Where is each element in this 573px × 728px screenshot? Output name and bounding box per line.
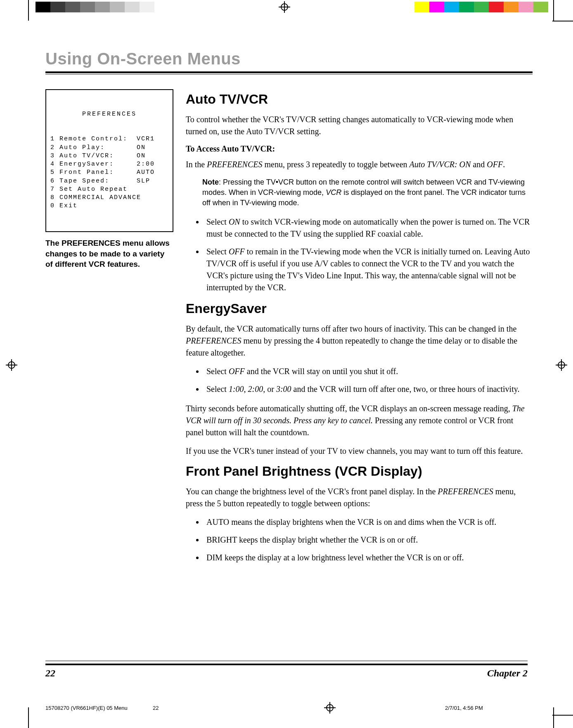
job-page: 22 (153, 705, 215, 711)
color-swatch (459, 2, 474, 12)
job-file: 15708270 (VR661HF)(E) 05 Menu (45, 705, 153, 711)
color-swatch (80, 2, 95, 12)
preferences-caption: The PREFERENCES menu allows changes to b… (45, 238, 173, 270)
sidebar-column: PREFERENCES 1 Remote Control: VCR12 Auto… (45, 89, 173, 571)
crop-mark (552, 21, 573, 21)
registration-mark-icon (279, 1, 290, 13)
list-item: Select ON to switch VCR-viewing mode on … (204, 216, 533, 240)
body-text: If you use the VCR's tuner instead of yo… (186, 445, 533, 457)
bullet-list: Select OFF and the VCR will stay on unti… (204, 365, 533, 395)
body-text: To control whether the VCR's TV/VCR sett… (186, 114, 533, 138)
bullet-list: Select ON to switch VCR-viewing mode on … (204, 216, 533, 294)
color-swatch (140, 2, 154, 12)
registration-mark-icon (324, 702, 336, 714)
page-number: 22 (45, 668, 55, 679)
chapter-title: Using On-Screen Menus (45, 50, 533, 68)
color-swatch (519, 2, 533, 12)
crop-mark (553, 707, 554, 728)
list-item: Select OFF to remain in the TV-viewing m… (204, 246, 533, 294)
registration-mark-icon (6, 359, 17, 371)
color-swatch (50, 2, 65, 12)
crop-mark (28, 707, 29, 728)
printer-color-strip (0, 2, 573, 14)
color-swatch (36, 2, 50, 12)
section-heading-energysaver: EnergySaver (186, 301, 533, 316)
color-swatch (110, 2, 125, 12)
color-swatch (489, 2, 504, 12)
body-text: In the PREFERENCES menu, press 3 repeate… (186, 159, 533, 171)
preferences-menu-row: 2 Auto Play: ON (50, 144, 168, 152)
title-rule-thin (45, 74, 533, 74)
color-swatch (429, 2, 444, 12)
preferences-menu-row: 8 COMMERCIAL ADVANCE (50, 194, 168, 202)
preferences-menu-title: PREFERENCES (50, 110, 168, 119)
chapter-label: Chapter 2 (487, 668, 528, 679)
color-swatch (414, 2, 429, 12)
crop-mark (28, 0, 29, 21)
color-swatch (65, 2, 80, 12)
page-content: Using On-Screen Menus PREFERENCES 1 Remo… (45, 50, 533, 571)
crop-mark (553, 0, 554, 21)
section-subhead: To Access Auto TV/VCR: (186, 144, 533, 154)
body-text: By default, the VCR automatically turns … (186, 323, 533, 359)
preferences-menu-box: PREFERENCES 1 Remote Control: VCR12 Auto… (45, 89, 173, 232)
preferences-menu-row: 1 Remote Control: VCR1 (50, 135, 168, 143)
preferences-menu-row: 7 Set Auto Repeat (50, 185, 168, 194)
preferences-menu-row: 4 EnergySaver: 2:00 (50, 160, 168, 168)
registration-mark-icon (556, 359, 567, 371)
note-block: Note: Pressing the TV•VCR button on the … (202, 177, 533, 209)
job-timestamp: 2/7/01, 4:56 PM (445, 705, 528, 711)
preferences-menu-row: 5 Front Panel: AUTO (50, 168, 168, 177)
list-item: AUTO means the display brightens when th… (204, 516, 533, 528)
color-swatch (533, 2, 548, 12)
preferences-menu-row: 0 Exit (50, 202, 168, 210)
crop-mark (552, 715, 573, 716)
color-swatch (504, 2, 519, 12)
color-swatch (125, 2, 140, 12)
preferences-menu-row: 6 Tape Speed: SLP (50, 177, 168, 185)
preferences-menu-row: 3 Auto TV/VCR: ON (50, 152, 168, 160)
color-swatch (444, 2, 459, 12)
body-text: Thirty seconds before automatically shut… (186, 403, 533, 439)
color-swatch (95, 2, 110, 12)
page-footer: 22 Chapter 2 (45, 661, 528, 679)
section-heading-auto-tv-vcr: Auto TV/VCR (186, 92, 533, 107)
title-rule-thick (45, 71, 533, 73)
list-item: Select 1:00, 2:00, or 3:00 and the VCR w… (204, 383, 533, 395)
print-job-footer: 15708270 (VR661HF)(E) 05 Menu 22 2/7/01,… (45, 702, 528, 714)
bullet-list: AUTO means the display brightens when th… (204, 516, 533, 564)
color-swatch (474, 2, 489, 12)
list-item: Select OFF and the VCR will stay on unti… (204, 365, 533, 377)
body-text: You can change the brightness level of t… (186, 486, 533, 510)
list-item: DIM keeps the display at a low brightnes… (204, 552, 533, 564)
list-item: BRIGHT keeps the display bright whether … (204, 534, 533, 546)
main-column: Auto TV/VCR To control whether the VCR's… (186, 89, 533, 571)
section-heading-front-panel: Front Panel Brightness (VCR Display) (186, 464, 533, 479)
